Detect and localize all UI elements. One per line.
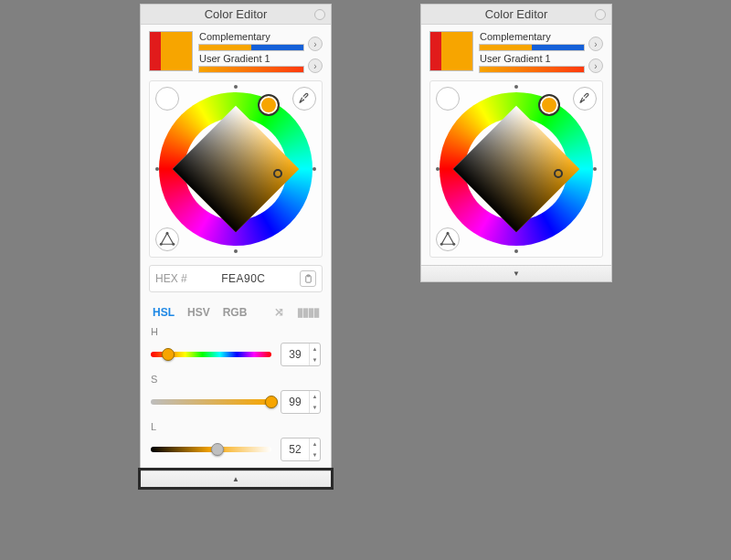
svg-point-6 bbox=[452, 243, 455, 246]
slider-l-row: L 52 ▲▼ bbox=[151, 421, 321, 461]
chevron-right-icon[interactable]: › bbox=[308, 58, 323, 73]
slider-h-track[interactable] bbox=[151, 352, 271, 357]
svg-point-5 bbox=[447, 232, 450, 235]
panel-title: Color Editor bbox=[485, 7, 548, 21]
preset-user-gradient[interactable]: User Gradient 1 › bbox=[479, 53, 603, 73]
panel-body: Complementary › User Gradient 1 › bbox=[421, 25, 611, 265]
panel-titlebar[interactable]: Color Editor bbox=[421, 5, 611, 25]
current-color-swatch[interactable] bbox=[149, 31, 193, 71]
slider-h-row: H 39 ▲▼ bbox=[151, 326, 321, 366]
svg-point-2 bbox=[160, 243, 163, 246]
spinner-s-value[interactable]: 99 bbox=[281, 391, 309, 413]
spinner-down-icon[interactable]: ▼ bbox=[310, 449, 320, 460]
spinner-down-icon[interactable]: ▼ bbox=[310, 402, 320, 413]
spinner-up-icon[interactable]: ▲ bbox=[310, 438, 320, 449]
expand-toggle-bar[interactable]: ▼ bbox=[421, 265, 611, 281]
preset-list: Complementary › User Gradient 1 › bbox=[479, 31, 603, 73]
shuffle-icon[interactable]: ⤨ bbox=[274, 305, 284, 319]
bars-icon[interactable]: ▮▮▮▮ bbox=[297, 305, 319, 319]
clipboard-button[interactable] bbox=[300, 270, 316, 287]
color-model-tabs: HSL HSV RGB ⤨ ▮▮▮▮ bbox=[149, 300, 323, 321]
hex-label: HEX # bbox=[155, 272, 187, 285]
ring-tick-icon bbox=[436, 167, 440, 171]
color-editor-panel-collapsed: Color Editor Complementary › User Gradie… bbox=[420, 4, 612, 282]
ring-tick-icon bbox=[234, 249, 238, 253]
slider-l-knob[interactable] bbox=[211, 443, 224, 456]
chevron-right-icon[interactable]: › bbox=[308, 37, 323, 51]
preset-bar-icon bbox=[479, 44, 585, 51]
preset-label: User Gradient 1 bbox=[198, 53, 304, 64]
ring-tick-icon bbox=[593, 167, 597, 171]
eyedropper-button[interactable] bbox=[292, 87, 316, 111]
tab-rgb[interactable]: RGB bbox=[223, 306, 248, 319]
slider-s-row: S 99 ▲▼ bbox=[151, 374, 321, 414]
eyedropper-button[interactable] bbox=[573, 87, 597, 111]
tab-hsv[interactable]: HSV bbox=[187, 306, 210, 319]
tab-hsl[interactable]: HSL bbox=[153, 306, 175, 319]
panel-titlebar[interactable]: Color Editor bbox=[141, 5, 331, 25]
spinner-l-value[interactable]: 52 bbox=[281, 438, 309, 460]
panel-menu-dot-icon[interactable] bbox=[595, 9, 606, 20]
preset-user-gradient[interactable]: User Gradient 1 › bbox=[198, 53, 323, 73]
swatch-previous-stripe bbox=[150, 32, 161, 70]
spinner-l[interactable]: 52 ▲▼ bbox=[281, 438, 321, 461]
color-wheel-zone bbox=[429, 80, 603, 258]
triangle-icon bbox=[159, 231, 175, 248]
hsl-sliders: H 39 ▲▼ S 99 bbox=[149, 324, 323, 461]
spinner-h-value[interactable]: 39 bbox=[281, 343, 309, 365]
slider-l-track[interactable] bbox=[151, 447, 271, 452]
swatch-previous-stripe bbox=[430, 32, 441, 70]
slider-s-track[interactable] bbox=[151, 399, 271, 405]
slider-s-knob[interactable] bbox=[265, 396, 278, 408]
preset-bar-icon bbox=[479, 66, 585, 73]
spinner-down-icon[interactable]: ▼ bbox=[310, 354, 320, 365]
spinner-up-icon[interactable]: ▲ bbox=[310, 343, 320, 354]
svg-point-7 bbox=[440, 243, 443, 246]
chevron-up-icon: ▲ bbox=[232, 475, 239, 483]
current-color-swatch[interactable] bbox=[429, 31, 473, 71]
spinner-s[interactable]: 99 ▲▼ bbox=[281, 390, 321, 414]
spinner-up-icon[interactable]: ▲ bbox=[310, 391, 320, 402]
preset-bar-icon bbox=[198, 66, 304, 73]
color-wheel-zone bbox=[149, 80, 323, 258]
opacity-swatch-button[interactable] bbox=[155, 87, 179, 111]
diamond-cursor[interactable] bbox=[554, 169, 563, 178]
triangle-icon bbox=[440, 231, 456, 248]
svg-point-1 bbox=[172, 243, 175, 246]
diamond-cursor[interactable] bbox=[273, 169, 282, 178]
harmony-triangle-button[interactable] bbox=[436, 227, 460, 251]
hue-ring-cursor[interactable] bbox=[538, 94, 560, 116]
panel-menu-dot-icon[interactable] bbox=[314, 9, 325, 20]
hue-ring-cursor[interactable] bbox=[258, 94, 280, 116]
hex-input-row[interactable]: HEX # FEA90C bbox=[149, 265, 323, 292]
preset-complementary[interactable]: Complementary › bbox=[479, 31, 603, 51]
opacity-swatch-button[interactable] bbox=[436, 87, 460, 111]
hex-value[interactable]: FEA90C bbox=[193, 272, 294, 285]
eyedropper-icon bbox=[578, 92, 591, 105]
sat-light-diamond[interactable] bbox=[471, 124, 561, 214]
slider-l-label: L bbox=[151, 421, 321, 432]
slider-s-label: S bbox=[151, 374, 321, 385]
ring-tick-icon bbox=[514, 85, 518, 89]
ring-tick-icon bbox=[155, 167, 159, 171]
chevron-right-icon[interactable]: › bbox=[588, 37, 603, 51]
slider-h-knob[interactable] bbox=[162, 348, 175, 361]
panel-title: Color Editor bbox=[205, 7, 268, 21]
eyedropper-icon bbox=[298, 92, 311, 105]
swatch-row: Complementary › User Gradient 1 › bbox=[429, 31, 603, 73]
preset-label: Complementary bbox=[198, 31, 304, 42]
sat-light-diamond[interactable] bbox=[191, 124, 281, 214]
panel-body: Complementary › User Gradient 1 › bbox=[141, 25, 331, 470]
chevron-right-icon[interactable]: › bbox=[588, 58, 603, 73]
harmony-triangle-button[interactable] bbox=[155, 227, 179, 251]
slider-h-label: H bbox=[151, 326, 321, 337]
ring-tick-icon bbox=[313, 167, 316, 171]
swatch-row: Complementary › User Gradient 1 › bbox=[149, 31, 323, 73]
preset-label: Complementary bbox=[479, 31, 585, 42]
preset-bar-icon bbox=[198, 44, 304, 51]
preset-complementary[interactable]: Complementary › bbox=[198, 31, 323, 51]
clipboard-icon bbox=[303, 274, 313, 284]
spinner-h[interactable]: 39 ▲▼ bbox=[281, 343, 321, 366]
preset-label: User Gradient 1 bbox=[479, 53, 585, 64]
collapse-toggle-bar[interactable]: ▲ bbox=[141, 470, 331, 487]
